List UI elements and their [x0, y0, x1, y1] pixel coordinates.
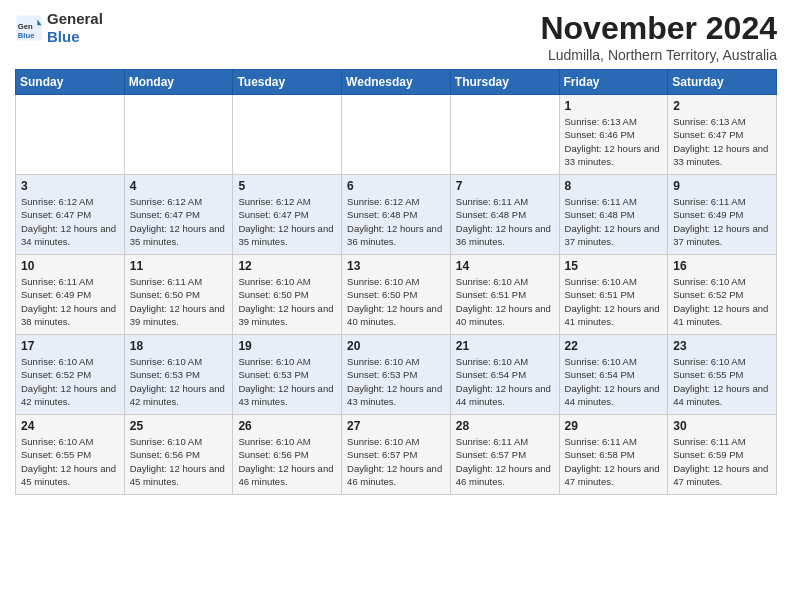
col-header-tuesday: Tuesday [233, 70, 342, 95]
calendar-cell: 24Sunrise: 6:10 AMSunset: 6:55 PMDayligh… [16, 415, 125, 495]
calendar-cell: 9Sunrise: 6:11 AMSunset: 6:49 PMDaylight… [668, 175, 777, 255]
day-info: Sunrise: 6:13 AMSunset: 6:46 PMDaylight:… [565, 115, 663, 168]
day-info: Sunrise: 6:11 AMSunset: 6:48 PMDaylight:… [565, 195, 663, 248]
calendar-cell: 11Sunrise: 6:11 AMSunset: 6:50 PMDayligh… [124, 255, 233, 335]
calendar-cell: 6Sunrise: 6:12 AMSunset: 6:48 PMDaylight… [342, 175, 451, 255]
calendar-cell: 30Sunrise: 6:11 AMSunset: 6:59 PMDayligh… [668, 415, 777, 495]
day-info: Sunrise: 6:10 AMSunset: 6:50 PMDaylight:… [238, 275, 336, 328]
calendar-cell: 17Sunrise: 6:10 AMSunset: 6:52 PMDayligh… [16, 335, 125, 415]
calendar-cell: 25Sunrise: 6:10 AMSunset: 6:56 PMDayligh… [124, 415, 233, 495]
calendar-cell: 10Sunrise: 6:11 AMSunset: 6:49 PMDayligh… [16, 255, 125, 335]
day-info: Sunrise: 6:10 AMSunset: 6:53 PMDaylight:… [347, 355, 445, 408]
day-number: 10 [21, 259, 119, 273]
calendar-cell: 22Sunrise: 6:10 AMSunset: 6:54 PMDayligh… [559, 335, 668, 415]
calendar-table: SundayMondayTuesdayWednesdayThursdayFrid… [15, 69, 777, 495]
day-number: 20 [347, 339, 445, 353]
month-title: November 2024 [540, 10, 777, 47]
week-row-1: 1Sunrise: 6:13 AMSunset: 6:46 PMDaylight… [16, 95, 777, 175]
calendar-cell: 8Sunrise: 6:11 AMSunset: 6:48 PMDaylight… [559, 175, 668, 255]
day-info: Sunrise: 6:11 AMSunset: 6:50 PMDaylight:… [130, 275, 228, 328]
day-info: Sunrise: 6:11 AMSunset: 6:49 PMDaylight:… [21, 275, 119, 328]
day-number: 5 [238, 179, 336, 193]
week-row-4: 17Sunrise: 6:10 AMSunset: 6:52 PMDayligh… [16, 335, 777, 415]
day-info: Sunrise: 6:10 AMSunset: 6:55 PMDaylight:… [21, 435, 119, 488]
logo: Gen Blue General Blue [15, 10, 103, 46]
calendar-cell: 15Sunrise: 6:10 AMSunset: 6:51 PMDayligh… [559, 255, 668, 335]
day-info: Sunrise: 6:12 AMSunset: 6:47 PMDaylight:… [238, 195, 336, 248]
day-info: Sunrise: 6:10 AMSunset: 6:52 PMDaylight:… [21, 355, 119, 408]
logo-text: General Blue [47, 10, 103, 46]
calendar-cell: 26Sunrise: 6:10 AMSunset: 6:56 PMDayligh… [233, 415, 342, 495]
week-row-3: 10Sunrise: 6:11 AMSunset: 6:49 PMDayligh… [16, 255, 777, 335]
calendar-cell: 3Sunrise: 6:12 AMSunset: 6:47 PMDaylight… [16, 175, 125, 255]
logo-icon: Gen Blue [15, 14, 43, 42]
day-number: 16 [673, 259, 771, 273]
day-info: Sunrise: 6:11 AMSunset: 6:57 PMDaylight:… [456, 435, 554, 488]
day-info: Sunrise: 6:10 AMSunset: 6:55 PMDaylight:… [673, 355, 771, 408]
day-info: Sunrise: 6:10 AMSunset: 6:53 PMDaylight:… [130, 355, 228, 408]
calendar-cell [124, 95, 233, 175]
calendar-header: SundayMondayTuesdayWednesdayThursdayFrid… [16, 70, 777, 95]
logo-general: General [47, 10, 103, 27]
calendar-cell [450, 95, 559, 175]
day-number: 18 [130, 339, 228, 353]
calendar-cell [233, 95, 342, 175]
calendar-cell: 5Sunrise: 6:12 AMSunset: 6:47 PMDaylight… [233, 175, 342, 255]
calendar-cell: 12Sunrise: 6:10 AMSunset: 6:50 PMDayligh… [233, 255, 342, 335]
svg-text:Gen: Gen [18, 22, 33, 31]
calendar-cell: 18Sunrise: 6:10 AMSunset: 6:53 PMDayligh… [124, 335, 233, 415]
location: Ludmilla, Northern Territory, Australia [540, 47, 777, 63]
day-info: Sunrise: 6:10 AMSunset: 6:56 PMDaylight:… [130, 435, 228, 488]
day-info: Sunrise: 6:10 AMSunset: 6:51 PMDaylight:… [565, 275, 663, 328]
col-header-monday: Monday [124, 70, 233, 95]
day-info: Sunrise: 6:11 AMSunset: 6:48 PMDaylight:… [456, 195, 554, 248]
day-number: 26 [238, 419, 336, 433]
day-info: Sunrise: 6:10 AMSunset: 6:53 PMDaylight:… [238, 355, 336, 408]
day-info: Sunrise: 6:11 AMSunset: 6:49 PMDaylight:… [673, 195, 771, 248]
day-info: Sunrise: 6:12 AMSunset: 6:48 PMDaylight:… [347, 195, 445, 248]
day-number: 27 [347, 419, 445, 433]
calendar-cell: 20Sunrise: 6:10 AMSunset: 6:53 PMDayligh… [342, 335, 451, 415]
day-info: Sunrise: 6:11 AMSunset: 6:58 PMDaylight:… [565, 435, 663, 488]
page-header: Gen Blue General Blue November 2024 Ludm… [15, 10, 777, 63]
day-number: 6 [347, 179, 445, 193]
calendar-cell [16, 95, 125, 175]
day-info: Sunrise: 6:12 AMSunset: 6:47 PMDaylight:… [130, 195, 228, 248]
calendar-body: 1Sunrise: 6:13 AMSunset: 6:46 PMDaylight… [16, 95, 777, 495]
col-header-sunday: Sunday [16, 70, 125, 95]
calendar-cell: 19Sunrise: 6:10 AMSunset: 6:53 PMDayligh… [233, 335, 342, 415]
day-number: 17 [21, 339, 119, 353]
logo-blue: Blue [47, 28, 80, 45]
day-number: 15 [565, 259, 663, 273]
col-header-friday: Friday [559, 70, 668, 95]
day-number: 25 [130, 419, 228, 433]
day-number: 7 [456, 179, 554, 193]
day-number: 12 [238, 259, 336, 273]
col-header-thursday: Thursday [450, 70, 559, 95]
day-number: 1 [565, 99, 663, 113]
day-number: 2 [673, 99, 771, 113]
day-number: 24 [21, 419, 119, 433]
day-info: Sunrise: 6:11 AMSunset: 6:59 PMDaylight:… [673, 435, 771, 488]
day-number: 8 [565, 179, 663, 193]
col-header-wednesday: Wednesday [342, 70, 451, 95]
day-info: Sunrise: 6:13 AMSunset: 6:47 PMDaylight:… [673, 115, 771, 168]
calendar-cell: 23Sunrise: 6:10 AMSunset: 6:55 PMDayligh… [668, 335, 777, 415]
day-number: 9 [673, 179, 771, 193]
calendar-cell: 16Sunrise: 6:10 AMSunset: 6:52 PMDayligh… [668, 255, 777, 335]
calendar-cell: 7Sunrise: 6:11 AMSunset: 6:48 PMDaylight… [450, 175, 559, 255]
day-number: 21 [456, 339, 554, 353]
calendar-cell [342, 95, 451, 175]
day-info: Sunrise: 6:12 AMSunset: 6:47 PMDaylight:… [21, 195, 119, 248]
day-number: 3 [21, 179, 119, 193]
week-row-5: 24Sunrise: 6:10 AMSunset: 6:55 PMDayligh… [16, 415, 777, 495]
calendar-cell: 28Sunrise: 6:11 AMSunset: 6:57 PMDayligh… [450, 415, 559, 495]
calendar-cell: 2Sunrise: 6:13 AMSunset: 6:47 PMDaylight… [668, 95, 777, 175]
calendar-cell: 27Sunrise: 6:10 AMSunset: 6:57 PMDayligh… [342, 415, 451, 495]
calendar-cell: 14Sunrise: 6:10 AMSunset: 6:51 PMDayligh… [450, 255, 559, 335]
day-info: Sunrise: 6:10 AMSunset: 6:54 PMDaylight:… [456, 355, 554, 408]
day-number: 28 [456, 419, 554, 433]
day-number: 22 [565, 339, 663, 353]
week-row-2: 3Sunrise: 6:12 AMSunset: 6:47 PMDaylight… [16, 175, 777, 255]
col-header-saturday: Saturday [668, 70, 777, 95]
